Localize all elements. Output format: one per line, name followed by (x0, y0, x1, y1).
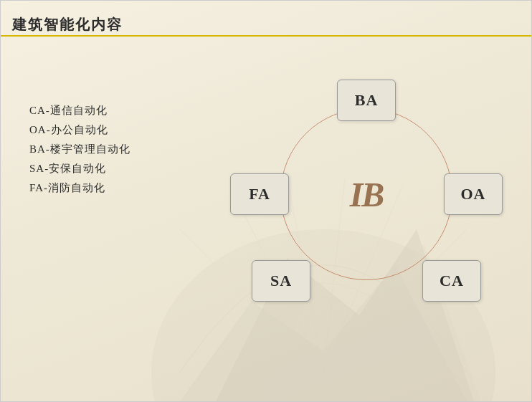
title-divider (1, 35, 531, 37)
node-fa: FA (230, 173, 289, 215)
node-sa: SA (252, 260, 310, 302)
center-label: IB (350, 175, 384, 214)
legend-item-fa: FA-消防自动化 (29, 178, 130, 198)
legend-item-ca: CA-通信自动化 (29, 101, 130, 120)
content-area: CA-通信自动化 OA-办公自动化 BA-楼宇管理自动化 SA-安保自动化 FA… (1, 44, 531, 401)
legend-item-sa: SA-安保自动化 (29, 159, 130, 178)
page-title: 建筑智能化内容 (12, 16, 123, 32)
node-ca: CA (422, 260, 481, 302)
node-ba: BA (337, 80, 396, 121)
diagram: IB BA OA CA SA FA (230, 72, 503, 316)
slide: 建筑智能化内容 CA-通信自动化 OA-办公自动化 BA-楼宇管理自动化 SA-… (0, 0, 532, 402)
legend-item-oa: OA-办公自动化 (29, 120, 130, 140)
node-oa: OA (444, 173, 503, 215)
legend-item-ba: BA-楼宇管理自动化 (29, 140, 130, 159)
legend: CA-通信自动化 OA-办公自动化 BA-楼宇管理自动化 SA-安保自动化 FA… (29, 101, 130, 198)
